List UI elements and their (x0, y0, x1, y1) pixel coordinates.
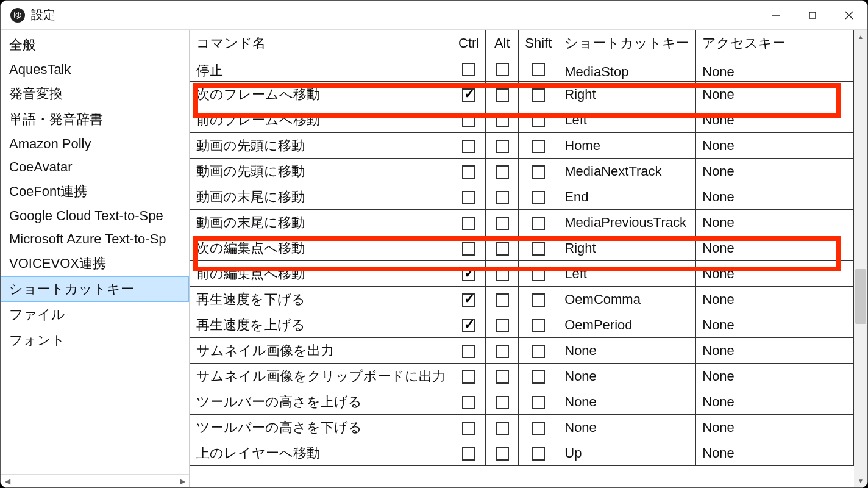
shortcut-cell[interactable]: Right (558, 235, 696, 261)
shortcut-cell[interactable]: None (558, 389, 696, 415)
shift-checkbox[interactable] (532, 114, 545, 127)
scroll-left-icon[interactable]: ◀ (1, 475, 14, 487)
alt-cell[interactable] (486, 389, 519, 415)
ctrl-checkbox[interactable] (462, 422, 475, 435)
minimize-button[interactable] (758, 1, 794, 29)
shift-checkbox[interactable] (532, 319, 545, 332)
alt-cell[interactable] (486, 415, 519, 440)
ctrl-cell[interactable] (452, 364, 486, 389)
shortcut-cell[interactable]: None (558, 364, 696, 389)
sidebar-item[interactable]: 発音変換 (1, 81, 189, 107)
alt-cell[interactable] (486, 261, 519, 287)
sidebar-item[interactable]: AquesTalk (1, 58, 189, 81)
ctrl-checkbox[interactable] (462, 319, 475, 332)
shortcut-cell[interactable]: None (558, 338, 696, 364)
ctrl-cell[interactable] (452, 287, 486, 312)
sidebar-item[interactable]: CoeAvatar (1, 156, 189, 179)
ctrl-checkbox[interactable] (462, 140, 475, 153)
access-cell[interactable]: None (696, 107, 792, 133)
shift-checkbox[interactable] (532, 370, 545, 384)
alt-checkbox[interactable] (496, 293, 509, 307)
table-row[interactable]: ツールバーの高さを上げるNoneNone (190, 389, 854, 415)
alt-checkbox[interactable] (496, 114, 509, 127)
shift-cell[interactable] (519, 440, 558, 466)
shift-checkbox[interactable] (532, 63, 545, 76)
sidebar-item[interactable]: 全般 (1, 32, 189, 58)
alt-checkbox[interactable] (496, 319, 509, 332)
shortcut-cell[interactable]: OemComma (558, 287, 696, 312)
shift-checkbox[interactable] (532, 165, 545, 179)
ctrl-checkbox[interactable] (462, 268, 475, 281)
col-command[interactable]: コマンド名 (190, 30, 452, 56)
ctrl-checkbox[interactable] (462, 242, 475, 256)
command-cell[interactable]: 上のレイヤーへ移動 (190, 440, 452, 466)
alt-cell[interactable] (486, 107, 519, 133)
ctrl-cell[interactable] (452, 415, 486, 440)
shift-checkbox[interactable] (532, 422, 545, 435)
shortcut-cell[interactable]: OemPeriod (558, 312, 696, 338)
ctrl-checkbox[interactable] (462, 114, 475, 127)
shift-cell[interactable] (519, 338, 558, 364)
shift-checkbox[interactable] (532, 447, 545, 461)
col-shift[interactable]: Shift (519, 30, 558, 56)
shortcut-cell[interactable]: MediaNextTrack (558, 159, 696, 184)
table-row[interactable]: 再生速度を下げるOemCommaNone (190, 287, 854, 312)
shift-checkbox[interactable] (532, 242, 545, 256)
maximize-button[interactable] (794, 1, 831, 29)
scroll-down-icon[interactable]: ▼ (854, 474, 867, 487)
alt-checkbox[interactable] (496, 370, 509, 384)
sidebar-item[interactable]: ファイル (1, 302, 189, 328)
col-shortcut[interactable]: ショートカットキー (558, 30, 696, 56)
alt-cell[interactable] (486, 364, 519, 389)
alt-checkbox[interactable] (496, 88, 509, 102)
alt-checkbox[interactable] (496, 396, 509, 409)
alt-checkbox[interactable] (496, 422, 509, 435)
col-alt[interactable]: Alt (486, 30, 519, 56)
shortcut-cell[interactable]: Left (558, 107, 696, 133)
alt-checkbox[interactable] (496, 140, 509, 153)
shift-cell[interactable] (519, 287, 558, 312)
shortcut-cell[interactable]: Left (558, 261, 696, 287)
ctrl-cell[interactable] (452, 389, 486, 415)
shift-checkbox[interactable] (532, 88, 545, 102)
table-vscrollbar[interactable]: ▲ ▼ (854, 30, 867, 487)
command-cell[interactable]: 前のフレームへ移動 (190, 107, 452, 133)
ctrl-cell[interactable] (452, 440, 486, 466)
close-button[interactable] (831, 1, 867, 29)
ctrl-checkbox[interactable] (462, 370, 475, 384)
ctrl-cell[interactable] (452, 184, 486, 210)
table-row[interactable]: 前のフレームへ移動LeftNone (190, 107, 854, 133)
shift-checkbox[interactable] (532, 345, 545, 358)
shift-cell[interactable] (519, 312, 558, 338)
alt-cell[interactable] (486, 159, 519, 184)
access-cell[interactable]: None (696, 338, 792, 364)
access-cell[interactable]: None (696, 159, 792, 184)
alt-cell[interactable] (486, 133, 519, 159)
shortcut-cell[interactable]: Up (558, 440, 696, 466)
shift-cell[interactable] (519, 133, 558, 159)
shift-cell[interactable] (519, 107, 558, 133)
alt-checkbox[interactable] (496, 268, 509, 281)
access-cell[interactable]: None (696, 312, 792, 338)
col-access[interactable]: アクセスキー (696, 30, 792, 56)
command-cell[interactable]: ツールバーの高さを上げる (190, 389, 452, 415)
command-cell[interactable]: 停止 (190, 56, 452, 82)
command-cell[interactable]: 動画の先頭に移動 (190, 159, 452, 184)
ctrl-cell[interactable] (452, 56, 486, 82)
command-cell[interactable]: 再生速度を下げる (190, 287, 452, 312)
shift-cell[interactable] (519, 184, 558, 210)
table-row[interactable]: ツールバーの高さを下げるNoneNone (190, 415, 854, 440)
table-row[interactable]: 動画の末尾に移動EndNone (190, 184, 854, 210)
ctrl-cell[interactable] (452, 159, 486, 184)
access-cell[interactable]: None (696, 82, 792, 107)
ctrl-cell[interactable] (452, 82, 486, 107)
alt-cell[interactable] (486, 210, 519, 235)
sidebar-item[interactable]: Microsoft Azure Text-to-Sp (1, 228, 189, 251)
shift-cell[interactable] (519, 415, 558, 440)
ctrl-cell[interactable] (452, 338, 486, 364)
alt-cell[interactable] (486, 184, 519, 210)
shift-cell[interactable] (519, 210, 558, 235)
command-cell[interactable]: 前の編集点へ移動 (190, 261, 452, 287)
table-row[interactable]: 再生速度を上げるOemPeriodNone (190, 312, 854, 338)
sidebar-hscrollbar[interactable]: ◀ ▶ (1, 474, 189, 487)
